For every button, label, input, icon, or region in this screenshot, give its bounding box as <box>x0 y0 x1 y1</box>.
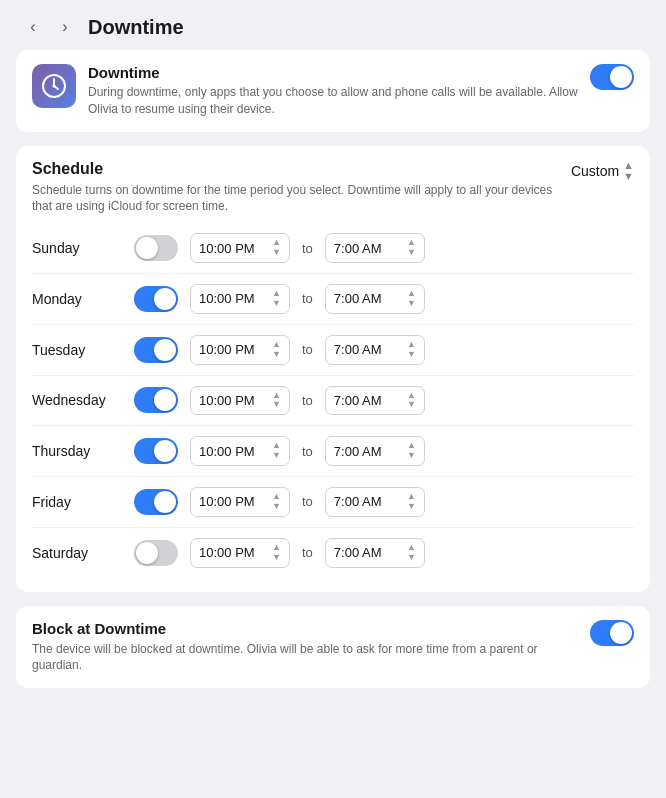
to-time-picker-sunday[interactable]: 7:00 AM ▲▼ <box>325 233 425 263</box>
from-time-picker-saturday[interactable]: 10:00 PM ▲▼ <box>190 538 290 568</box>
day-rows: Sunday 10:00 PM ▲▼ to 7:00 AM ▲▼ Monday … <box>32 223 634 577</box>
day-row: Thursday 10:00 PM ▲▼ to 7:00 AM ▲▼ <box>32 426 634 477</box>
day-toggle-monday[interactable] <box>134 286 178 312</box>
to-time-stepper: ▲▼ <box>407 289 416 309</box>
schedule-title-group: Schedule Schedule turns on downtime for … <box>32 160 571 216</box>
day-toggle-slider-saturday <box>134 540 178 566</box>
day-toggle-slider-friday <box>134 489 178 515</box>
day-label: Monday <box>32 291 122 307</box>
block-toggle[interactable] <box>590 620 634 646</box>
to-time-value: 7:00 AM <box>334 291 382 306</box>
from-time-picker-friday[interactable]: 10:00 PM ▲▼ <box>190 487 290 517</box>
schedule-mode-select[interactable]: Custom ▲ ▼ <box>571 160 634 182</box>
to-time-picker-tuesday[interactable]: 7:00 AM ▲▼ <box>325 335 425 365</box>
day-row: Monday 10:00 PM ▲▼ to 7:00 AM ▲▼ <box>32 274 634 325</box>
main-content: Downtime During downtime, only apps that… <box>0 50 666 704</box>
day-toggle-tuesday[interactable] <box>134 337 178 363</box>
back-icon: ‹ <box>30 18 35 36</box>
day-row: Sunday 10:00 PM ▲▼ to 7:00 AM ▲▼ <box>32 223 634 274</box>
day-label: Sunday <box>32 240 122 256</box>
day-label: Saturday <box>32 545 122 561</box>
from-time-stepper: ▲▼ <box>272 391 281 411</box>
to-time-stepper: ▲▼ <box>407 391 416 411</box>
to-time-stepper: ▲▼ <box>407 340 416 360</box>
from-time-value: 10:00 PM <box>199 342 255 357</box>
to-time-picker-wednesday[interactable]: 7:00 AM ▲▼ <box>325 386 425 416</box>
block-toggle-slider <box>590 620 634 646</box>
page-title: Downtime <box>88 16 184 39</box>
from-time-stepper: ▲▼ <box>272 492 281 512</box>
to-time-picker-monday[interactable]: 7:00 AM ▲▼ <box>325 284 425 314</box>
from-time-picker-tuesday[interactable]: 10:00 PM ▲▼ <box>190 335 290 365</box>
downtime-info-card: Downtime During downtime, only apps that… <box>16 50 650 132</box>
schedule-mode-stepper-icon: ▲ ▼ <box>623 160 634 182</box>
day-row: Saturday 10:00 PM ▲▼ to 7:00 AM ▲▼ <box>32 528 634 578</box>
to-time-picker-thursday[interactable]: 7:00 AM ▲▼ <box>325 436 425 466</box>
block-description: The device will be blocked at downtime. … <box>32 641 578 675</box>
from-time-picker-wednesday[interactable]: 10:00 PM ▲▼ <box>190 386 290 416</box>
to-time-stepper: ▲▼ <box>407 543 416 563</box>
day-label: Thursday <box>32 443 122 459</box>
to-time-picker-saturday[interactable]: 7:00 AM ▲▼ <box>325 538 425 568</box>
to-label: to <box>302 444 313 459</box>
to-time-value: 7:00 AM <box>334 393 382 408</box>
to-time-value: 7:00 AM <box>334 444 382 459</box>
to-label: to <box>302 393 313 408</box>
from-time-value: 10:00 PM <box>199 444 255 459</box>
schedule-title: Schedule <box>32 160 571 178</box>
day-label: Wednesday <box>32 392 122 408</box>
forward-icon: › <box>62 18 67 36</box>
day-label: Tuesday <box>32 342 122 358</box>
to-time-value: 7:00 AM <box>334 342 382 357</box>
from-time-stepper: ▲▼ <box>272 543 281 563</box>
day-toggle-slider-tuesday <box>134 337 178 363</box>
day-toggle-friday[interactable] <box>134 489 178 515</box>
schedule-description: Schedule turns on downtime for the time … <box>32 182 571 216</box>
day-toggle-wednesday[interactable] <box>134 387 178 413</box>
from-time-value: 10:00 PM <box>199 545 255 560</box>
from-time-stepper: ▲▼ <box>272 238 281 258</box>
day-toggle-slider-wednesday <box>134 387 178 413</box>
to-time-value: 7:00 AM <box>334 545 382 560</box>
downtime-icon <box>32 64 76 108</box>
from-time-stepper: ▲▼ <box>272 441 281 461</box>
day-toggle-slider-monday <box>134 286 178 312</box>
day-label: Friday <box>32 494 122 510</box>
from-time-picker-thursday[interactable]: 10:00 PM ▲▼ <box>190 436 290 466</box>
from-time-stepper: ▲▼ <box>272 289 281 309</box>
day-toggle-sunday[interactable] <box>134 235 178 261</box>
block-text-group: Block at Downtime The device will be blo… <box>32 620 578 675</box>
to-label: to <box>302 545 313 560</box>
to-label: to <box>302 241 313 256</box>
day-toggle-thursday[interactable] <box>134 438 178 464</box>
block-at-downtime-card: Block at Downtime The device will be blo… <box>16 606 650 689</box>
day-row: Friday 10:00 PM ▲▼ to 7:00 AM ▲▼ <box>32 477 634 528</box>
from-time-value: 10:00 PM <box>199 291 255 306</box>
schedule-card: Schedule Schedule turns on downtime for … <box>16 146 650 592</box>
downtime-toggle[interactable] <box>590 64 634 90</box>
to-time-stepper: ▲▼ <box>407 441 416 461</box>
from-time-picker-monday[interactable]: 10:00 PM ▲▼ <box>190 284 290 314</box>
to-time-picker-friday[interactable]: 7:00 AM ▲▼ <box>325 487 425 517</box>
day-toggle-slider-thursday <box>134 438 178 464</box>
block-title: Block at Downtime <box>32 620 578 637</box>
to-time-stepper: ▲▼ <box>407 492 416 512</box>
from-time-value: 10:00 PM <box>199 241 255 256</box>
downtime-toggle-slider <box>590 64 634 90</box>
downtime-text-desc: During downtime, only apps that you choo… <box>88 84 578 118</box>
to-time-stepper: ▲▼ <box>407 238 416 258</box>
day-toggle-saturday[interactable] <box>134 540 178 566</box>
day-row: Tuesday 10:00 PM ▲▼ to 7:00 AM ▲▼ <box>32 325 634 376</box>
to-label: to <box>302 291 313 306</box>
downtime-text-title: Downtime <box>88 64 578 81</box>
schedule-mode-label: Custom <box>571 163 619 179</box>
forward-button[interactable]: › <box>52 14 78 40</box>
svg-point-3 <box>53 85 56 88</box>
to-time-value: 7:00 AM <box>334 494 382 509</box>
header: ‹ › Downtime <box>0 0 666 50</box>
to-time-value: 7:00 AM <box>334 241 382 256</box>
from-time-picker-sunday[interactable]: 10:00 PM ▲▼ <box>190 233 290 263</box>
back-button[interactable]: ‹ <box>20 14 46 40</box>
downtime-text-group: Downtime During downtime, only apps that… <box>88 64 578 118</box>
from-time-value: 10:00 PM <box>199 393 255 408</box>
